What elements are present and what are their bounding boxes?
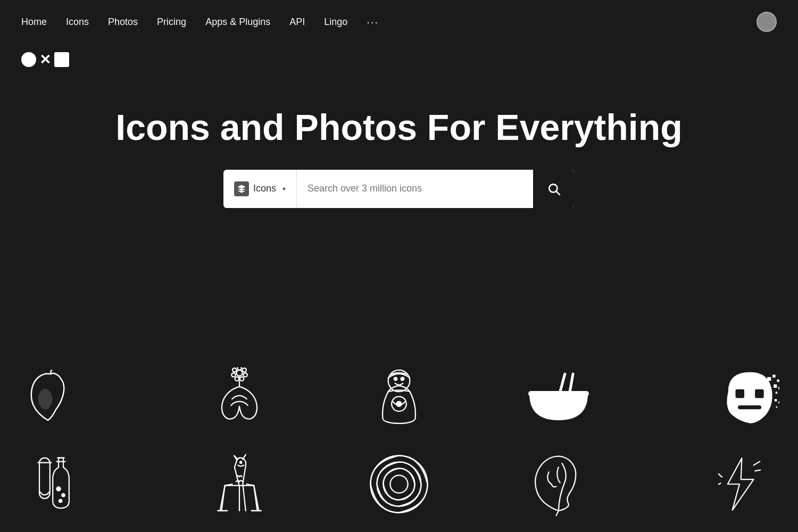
svg-rect-28 — [778, 402, 779, 404]
svg-line-46 — [755, 470, 761, 471]
nav-more-button[interactable]: ··· — [367, 16, 379, 28]
icon-matryoshka[interactable] — [351, 362, 447, 436]
svg-point-10 — [232, 368, 236, 372]
nav-pricing[interactable]: Pricing — [157, 16, 186, 28]
svg-point-7 — [240, 377, 244, 380]
icon-pepper[interactable] — [0, 362, 96, 436]
icon-lungs[interactable] — [192, 362, 287, 436]
svg-line-48 — [718, 483, 720, 485]
svg-line-1 — [556, 192, 560, 195]
svg-point-4 — [237, 367, 241, 370]
logo-x: ✕ — [39, 53, 51, 66]
icon-pattern[interactable] — [351, 447, 447, 521]
svg-line-45 — [754, 461, 760, 465]
svg-point-39 — [59, 500, 62, 502]
svg-point-13 — [394, 377, 397, 380]
svg-point-38 — [62, 494, 64, 496]
svg-rect-31 — [755, 389, 764, 398]
icon-leaf[interactable] — [511, 447, 606, 521]
hero-section: Icons and Photos For Everything Icons ▾ — [0, 107, 798, 208]
svg-rect-25 — [776, 392, 778, 394]
svg-point-44 — [390, 475, 408, 493]
svg-rect-24 — [778, 387, 779, 389]
svg-point-16 — [396, 402, 401, 406]
hero-title: Icons and Photos For Everything — [115, 107, 682, 147]
nav-api[interactable]: API — [289, 16, 305, 28]
icon-llama[interactable] — [192, 447, 287, 521]
logo-circle — [21, 52, 36, 67]
navigation: Home Icons Photos Pricing Apps & Plugins… — [0, 0, 798, 44]
search-type-icon — [234, 181, 249, 196]
icon-ai-head[interactable] — [702, 362, 798, 436]
svg-rect-21 — [772, 375, 776, 378]
svg-rect-30 — [736, 389, 745, 398]
svg-point-8 — [235, 377, 239, 380]
nav-lingo[interactable]: Lingo — [324, 16, 347, 28]
svg-point-2 — [39, 389, 52, 409]
chevron-down-icon: ▾ — [282, 185, 286, 193]
svg-rect-27 — [775, 399, 777, 402]
nav-icons[interactable]: Icons — [66, 16, 89, 28]
icon-bowl[interactable] — [511, 362, 606, 436]
svg-point-5 — [243, 368, 246, 372]
user-avatar[interactable] — [757, 12, 777, 32]
svg-point-9 — [231, 373, 235, 377]
search-type-label: Icons — [253, 183, 276, 194]
search-icon — [547, 182, 561, 196]
logo-square — [54, 52, 69, 67]
svg-rect-20 — [767, 377, 771, 381]
nav-photos[interactable]: Photos — [108, 16, 138, 28]
icons-grid — [0, 351, 798, 532]
search-type-selector[interactable]: Icons ▾ — [223, 170, 297, 208]
search-bar: Icons ▾ — [223, 170, 575, 208]
svg-rect-23 — [774, 385, 777, 388]
nav-links: Home Icons Photos Pricing Apps & Plugins… — [21, 16, 379, 28]
svg-point-3 — [236, 370, 242, 376]
svg-rect-29 — [776, 406, 778, 408]
icons-row-2 — [0, 436, 798, 532]
nav-apps[interactable]: Apps & Plugins — [205, 16, 270, 28]
logo: ✕ — [0, 44, 798, 76]
svg-point-14 — [401, 377, 404, 380]
svg-point-6 — [243, 373, 247, 377]
search-button[interactable] — [533, 170, 575, 208]
svg-line-47 — [718, 473, 722, 477]
svg-rect-32 — [738, 405, 761, 409]
svg-point-40 — [240, 461, 242, 463]
nav-home[interactable]: Home — [21, 16, 47, 28]
icon-lightning[interactable] — [692, 447, 787, 521]
svg-point-37 — [56, 487, 60, 491]
svg-rect-22 — [777, 379, 779, 382]
search-input[interactable] — [297, 170, 533, 208]
icon-tubes[interactable] — [11, 447, 106, 521]
icons-row-1 — [0, 351, 798, 447]
